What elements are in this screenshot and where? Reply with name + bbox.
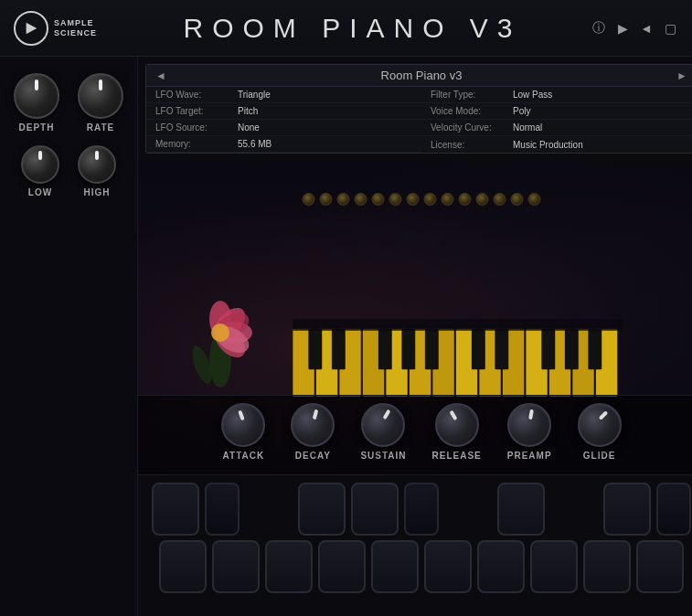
keyboard-top-row <box>149 483 692 536</box>
decay-label: DECAY <box>295 451 331 461</box>
high-knob-container: HIGH <box>78 145 116 197</box>
key-pad[interactable] <box>603 483 651 536</box>
key-pad[interactable] <box>318 540 366 593</box>
pad-dot <box>494 193 506 206</box>
key-pad[interactable] <box>159 540 207 593</box>
decay-knob[interactable] <box>291 403 335 447</box>
info-icon[interactable]: ⓘ <box>591 20 607 37</box>
decay-container: DECAY <box>291 403 335 461</box>
svg-rect-31 <box>541 329 555 370</box>
logo-text: SAMPLE SCIENCE <box>54 18 97 38</box>
high-knob[interactable] <box>78 145 116 184</box>
svg-rect-27 <box>401 329 415 370</box>
black-key-pad[interactable] <box>656 483 691 536</box>
depth-knob[interactable] <box>14 73 59 119</box>
black-key-pad[interactable] <box>404 483 439 536</box>
keyboard-bottom-row <box>149 540 692 593</box>
pad-dot <box>355 193 367 206</box>
sustain-knob[interactable] <box>361 403 405 447</box>
black-key-pad[interactable] <box>205 483 240 536</box>
envelope-knobs-row: ATTACK DECAY SUSTAIN RELEASE <box>147 403 692 461</box>
filter-type-label: Filter Type: <box>431 90 513 100</box>
prev-preset-button[interactable]: ◄ <box>155 69 166 82</box>
pad-dot <box>407 193 420 206</box>
top-knob-row: DEPTH RATE <box>14 73 123 133</box>
attack-label: ATTACK <box>223 451 265 461</box>
pad-dot <box>424 193 437 206</box>
svg-marker-0 <box>27 22 37 34</box>
svg-rect-34 <box>293 319 623 331</box>
svg-rect-24 <box>308 329 322 370</box>
key-pad[interactable] <box>152 483 199 536</box>
key-pad[interactable] <box>298 483 346 536</box>
lfo-wave-value[interactable]: Triangle <box>238 90 412 100</box>
pad-dot <box>511 193 524 206</box>
key-pad[interactable] <box>497 483 545 536</box>
lfo-source-label: LFO Source: <box>155 122 238 133</box>
sustain-container: SUSTAIN <box>360 403 406 461</box>
pad-dot <box>337 193 350 206</box>
key-pad[interactable] <box>424 540 472 593</box>
attack-container: ATTACK <box>221 403 265 461</box>
preamp-knob[interactable] <box>507 403 551 447</box>
filter-type-value[interactable]: Low Pass <box>513 90 687 100</box>
key-pad[interactable] <box>371 540 419 593</box>
attack-knob[interactable] <box>221 403 265 447</box>
svg-rect-26 <box>378 329 392 370</box>
velocity-curve-value[interactable]: Normal <box>513 122 687 133</box>
envelope-section: ATTACK DECAY SUSTAIN RELEASE <box>138 395 692 474</box>
pad-dot <box>389 193 402 206</box>
pad-dot <box>303 193 315 206</box>
voice-mode-value[interactable]: Poly <box>513 106 687 116</box>
key-pad[interactable] <box>636 540 684 593</box>
key-pad[interactable] <box>583 540 631 593</box>
low-knob[interactable] <box>21 145 59 184</box>
license-label: License: <box>431 140 513 150</box>
header-icons: ⓘ ▶ ◄ ▢ <box>591 20 678 37</box>
memory-label: Memory: <box>155 139 238 149</box>
key-pad[interactable] <box>477 540 525 593</box>
low-label: LOW <box>28 187 52 197</box>
info-grid: LFO Wave: Triangle Filter Type: Low Pass… <box>146 87 692 153</box>
svg-rect-32 <box>565 329 579 370</box>
main-area: DEPTH RATE LOW HIGH <box>0 57 692 616</box>
release-knob[interactable] <box>435 403 479 447</box>
glide-label: GLIDE <box>583 451 616 461</box>
velocity-curve-label: Velocity Curve: <box>431 122 513 133</box>
keyboard-section <box>138 474 692 616</box>
velocity-curve-row: Velocity Curve: Normal <box>421 120 692 136</box>
info-title-row: ◄ Room Piano v3 ► <box>146 65 692 87</box>
header: SAMPLE SCIENCE ROOM PIANO V3 ⓘ ▶ ◄ ▢ <box>0 0 692 57</box>
info-box: ◄ Room Piano v3 ► LFO Wave: Triangle Fil… <box>145 64 692 154</box>
key-pad[interactable] <box>265 540 313 593</box>
svg-point-9 <box>211 324 229 342</box>
memory-value: 55.6 MB <box>238 139 412 149</box>
rate-knob[interactable] <box>78 73 123 119</box>
lfo-source-value[interactable]: None <box>238 122 412 133</box>
preamp-container: PREAMP <box>507 403 552 461</box>
key-pad[interactable] <box>212 540 260 593</box>
key-pad[interactable] <box>351 483 399 536</box>
rewind-icon[interactable]: ◄ <box>638 21 655 36</box>
piano-area: ATTACK DECAY SUSTAIN RELEASE <box>138 161 692 474</box>
rate-knob-container: RATE <box>78 73 123 133</box>
pad-dots-row <box>303 193 541 206</box>
bottom-knob-row: LOW HIGH <box>14 145 123 197</box>
sustain-label: SUSTAIN <box>360 451 406 461</box>
lfo-wave-label: LFO Wave: <box>155 90 238 100</box>
next-preset-button[interactable]: ► <box>676 69 687 82</box>
pad-dot <box>442 193 454 206</box>
lfo-target-value[interactable]: Pitch <box>238 106 412 116</box>
depth-knob-container: DEPTH <box>14 73 59 133</box>
svg-rect-33 <box>588 329 602 370</box>
key-pad[interactable] <box>530 540 578 593</box>
window-icon[interactable]: ▢ <box>662 21 678 36</box>
pad-dot <box>459 193 472 206</box>
logo-area: SAMPLE SCIENCE <box>14 11 114 46</box>
play-icon[interactable]: ▶ <box>614 21 631 36</box>
piano-keys-visual <box>229 319 687 397</box>
preset-name: Room Piano v3 <box>166 69 676 82</box>
svg-rect-25 <box>332 329 346 370</box>
glide-knob[interactable] <box>578 403 622 447</box>
filter-type-row: Filter Type: Low Pass <box>421 87 692 103</box>
